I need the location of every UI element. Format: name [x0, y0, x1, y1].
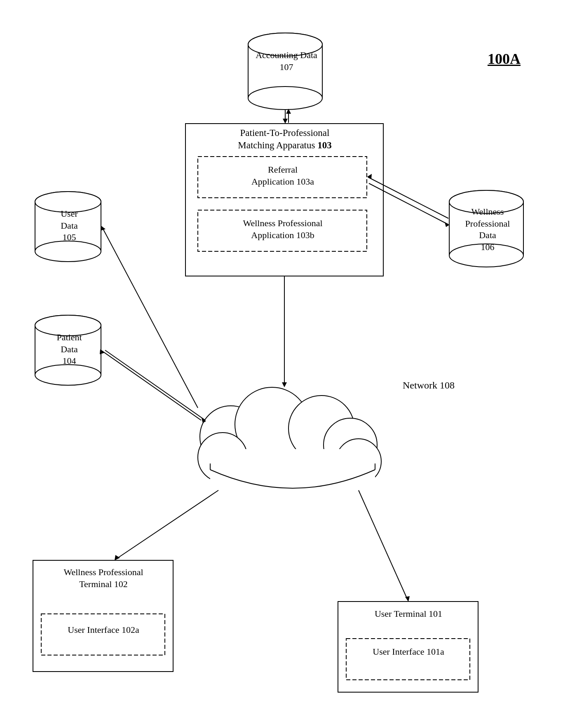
wellness-terminal-label: Wellness ProfessionalTerminal 102: [34, 566, 173, 590]
svg-marker-58: [115, 555, 120, 560]
svg-rect-34: [210, 449, 375, 499]
svg-marker-50: [445, 222, 449, 227]
svg-marker-46: [282, 382, 287, 387]
user-interface-101a-label: User Interface 101a: [347, 646, 469, 658]
user-data-label: UserData105: [36, 208, 102, 243]
svg-line-55: [105, 350, 205, 420]
svg-rect-40: [346, 639, 470, 680]
svg-point-22: [35, 365, 101, 385]
svg-line-57: [115, 490, 218, 559]
svg-point-16: [35, 241, 101, 262]
diagram-title: 100A: [488, 49, 521, 69]
referral-application-label: ReferralApplication 103a: [199, 164, 366, 187]
user-terminal-label: User Terminal 101: [339, 608, 478, 620]
svg-line-51: [102, 227, 198, 408]
accounting-data-label: Accounting Data 107: [249, 49, 324, 73]
matching-apparatus-label: Patient-To-ProfessionalMatching Apparatu…: [187, 127, 383, 152]
svg-marker-60: [405, 596, 410, 602]
svg-marker-42: [283, 119, 288, 124]
svg-point-4: [248, 87, 322, 110]
user-interface-102a-label: User Interface 102a: [42, 624, 164, 636]
wellness-prof-application-label: Wellness ProfessionalApplication 103b: [199, 218, 366, 241]
network-label: Network 108: [383, 379, 474, 392]
wellness-prof-data-label: WellnessProfessionalData106: [450, 206, 525, 253]
patient-data-label: PatientData104: [36, 332, 102, 367]
svg-line-59: [359, 490, 408, 601]
diagram-container: 100A Accounting Data 107 WellnessProfess…: [0, 0, 570, 728]
